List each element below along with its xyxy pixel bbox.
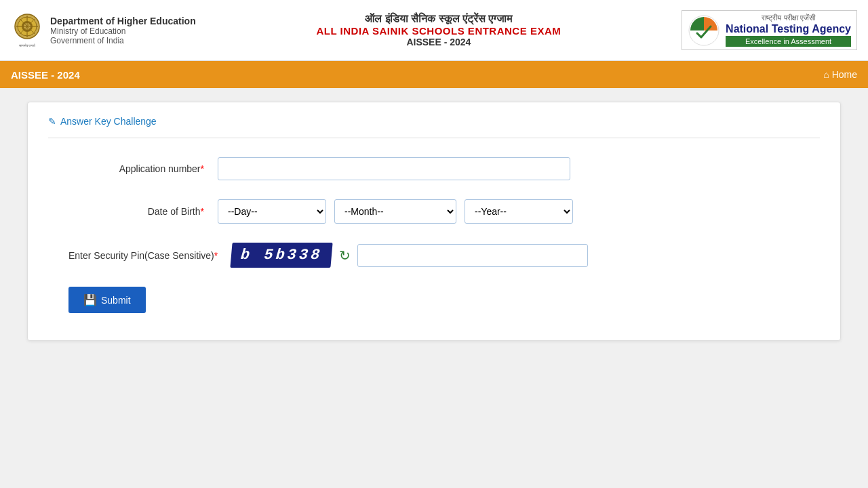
dob-group: --Day-- --Month-- --Year--	[218, 199, 573, 224]
application-number-input[interactable]	[218, 157, 570, 180]
exam-year: AISSEE - 2024	[196, 37, 682, 47]
header-center: ऑल इंडिया सैनिक स्कूल एंट्रेंस एग्जाम AL…	[196, 13, 682, 47]
dob-row: Date of Birth* --Day-- --Month-- --Year-…	[48, 199, 820, 224]
answer-key-link[interactable]: ✎ Answer Key Challenge	[48, 116, 820, 127]
app-number-label: Application number*	[68, 163, 218, 174]
month-select[interactable]: --Month--	[334, 199, 456, 224]
govt-name: Government of India	[50, 36, 196, 45]
nta-logo: राष्ट्रीय परीक्षा एजेंसी National Testin…	[682, 10, 857, 49]
exam-hindi-title: ऑल इंडिया सैनिक स्कूल एंट्रेंस एग्जाम	[196, 13, 682, 25]
refresh-icon[interactable]: ↻	[339, 247, 351, 264]
security-pin-label: Enter Security Pin(Case Sensitive)*	[68, 250, 231, 261]
home-icon: ⌂	[823, 69, 829, 80]
required-star-pin: *	[214, 250, 218, 261]
navbar-brand: AISSEE - 2024	[11, 69, 80, 81]
dept-name: Department of Higher Education	[50, 16, 196, 26]
answer-key-label: Answer Key Challenge	[60, 116, 157, 127]
form-card: ✎ Answer Key Challenge Application numbe…	[27, 102, 841, 341]
svg-text:सत्यमेव जयते: सत्यमेव जयते	[18, 43, 35, 47]
ministry-name: Ministry of Education	[50, 26, 196, 36]
submit-label: Submit	[101, 295, 131, 306]
security-pin-input[interactable]	[357, 244, 588, 267]
nta-subtitle: Excellence in Assessment	[726, 36, 851, 47]
year-select[interactable]: --Year--	[465, 199, 573, 224]
navbar: AISSEE - 2024 ⌂ Home	[0, 61, 868, 88]
home-label: Home	[832, 69, 857, 80]
required-star: *	[201, 163, 204, 174]
govt-emblem-icon: सत्यमेव जयते	[11, 12, 43, 49]
submit-button[interactable]: 💾 Submit	[68, 287, 146, 313]
nta-hindi-label: राष्ट्रीय परीक्षा एजेंसी	[762, 14, 814, 22]
exam-eng-title: ALL INDIA SAINIK SCHOOLS ENTRANCE EXAM	[196, 25, 682, 37]
header-right: राष्ट्रीय परीक्षा एजेंसी National Testin…	[682, 10, 857, 49]
edit-icon: ✎	[48, 116, 56, 127]
security-pin-row: Enter Security Pin(Case Sensitive)* b 5b…	[48, 243, 820, 268]
nta-text: राष्ट्रीय परीक्षा एजेंसी National Testin…	[726, 14, 851, 46]
required-star-dob: *	[201, 206, 204, 217]
nta-title: National Testing Agency	[726, 22, 851, 35]
nta-emblem-icon	[688, 14, 720, 47]
application-number-row: Application number*	[48, 157, 820, 180]
dob-label: Date of Birth*	[68, 206, 218, 217]
save-icon: 💾	[83, 293, 97, 306]
page-header: सत्यमेव जयते Department of Higher Educat…	[0, 0, 868, 61]
captcha-image: b 5b338	[231, 243, 334, 268]
submit-row: 💾 Submit	[48, 287, 820, 313]
header-left: सत्यमेव जयते Department of Higher Educat…	[11, 12, 196, 49]
header-dept-info: Department of Higher Education Ministry …	[50, 16, 196, 45]
home-link[interactable]: ⌂ Home	[823, 69, 857, 80]
day-select[interactable]: --Day--	[218, 199, 326, 224]
form-divider	[48, 138, 820, 138]
captcha-area: b 5b338 ↻	[231, 243, 587, 268]
main-content: ✎ Answer Key Challenge Application numbe…	[0, 88, 868, 354]
